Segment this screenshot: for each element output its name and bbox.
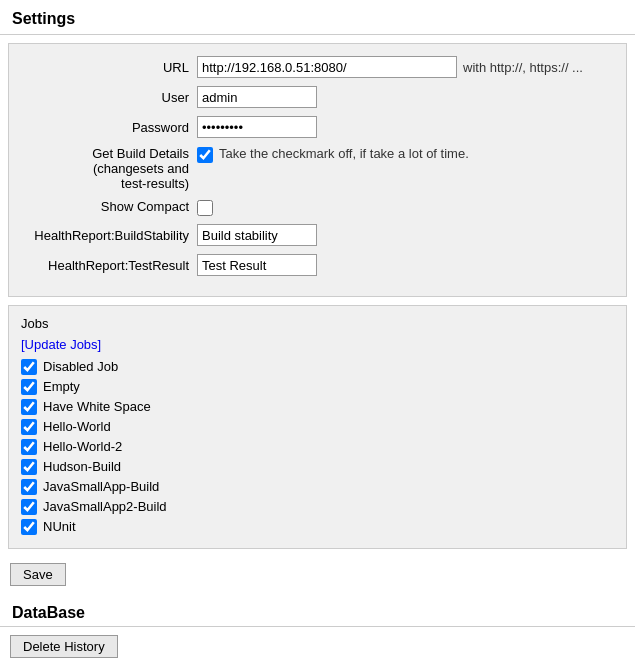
get-build-hint: Take the checkmark off, if take a lot of… [219, 146, 469, 161]
show-compact-checkbox[interactable] [197, 200, 213, 216]
health-build-row: HealthReport:BuildStability [17, 224, 618, 246]
password-row: Password [17, 116, 618, 138]
jobs-title: Jobs [21, 316, 614, 331]
health-build-label: HealthReport:BuildStability [17, 228, 197, 243]
job-item: Empty [21, 378, 614, 395]
job-label: Hudson-Build [43, 459, 121, 474]
delete-history-button[interactable]: Delete History [10, 635, 118, 658]
job-checkbox[interactable] [21, 439, 37, 455]
job-item: JavaSmallApp2-Build [21, 498, 614, 515]
show-compact-label: Show Compact [17, 199, 197, 214]
get-build-label: Get Build Details (changesets and test-r… [17, 146, 197, 191]
get-build-row: Get Build Details (changesets and test-r… [17, 146, 618, 191]
job-item: Hudson-Build [21, 458, 614, 475]
user-label: User [17, 90, 197, 105]
job-label: JavaSmallApp-Build [43, 479, 159, 494]
job-label: Disabled Job [43, 359, 118, 374]
job-label: NUnit [43, 519, 76, 534]
job-item: Hello-World-2 [21, 438, 614, 455]
password-label: Password [17, 120, 197, 135]
job-checkbox[interactable] [21, 459, 37, 475]
update-jobs-link[interactable]: [Update Jobs] [21, 337, 614, 352]
save-button[interactable]: Save [10, 563, 66, 586]
jobs-list: Disabled JobEmptyHave White SpaceHello-W… [21, 358, 614, 535]
database-title: DataBase [0, 596, 635, 627]
job-item: NUnit [21, 518, 614, 535]
health-test-label: HealthReport:TestResult [17, 258, 197, 273]
job-checkbox[interactable] [21, 399, 37, 415]
job-checkbox[interactable] [21, 419, 37, 435]
job-checkbox[interactable] [21, 359, 37, 375]
delete-area: Delete History [0, 627, 635, 662]
password-input[interactable] [197, 116, 317, 138]
job-checkbox[interactable] [21, 379, 37, 395]
job-label: Empty [43, 379, 80, 394]
job-checkbox[interactable] [21, 479, 37, 495]
jobs-section: Jobs [Update Jobs] Disabled JobEmptyHave… [8, 305, 627, 549]
save-area: Save [0, 557, 635, 596]
health-build-input[interactable] [197, 224, 317, 246]
show-compact-row: Show Compact [17, 199, 618, 216]
health-test-input[interactable] [197, 254, 317, 276]
job-label: Have White Space [43, 399, 151, 414]
job-label: Hello-World-2 [43, 439, 122, 454]
job-checkbox[interactable] [21, 519, 37, 535]
job-label: JavaSmallApp2-Build [43, 499, 167, 514]
user-row: User [17, 86, 618, 108]
health-test-row: HealthReport:TestResult [17, 254, 618, 276]
job-checkbox[interactable] [21, 499, 37, 515]
user-input[interactable] [197, 86, 317, 108]
job-item: Have White Space [21, 398, 614, 415]
url-hint: with http://, https:// ... [463, 60, 583, 75]
settings-form: URL with http://, https:// ... User Pass… [8, 43, 627, 297]
settings-title: Settings [0, 0, 635, 35]
job-item: Disabled Job [21, 358, 614, 375]
url-label: URL [17, 60, 197, 75]
url-input[interactable] [197, 56, 457, 78]
job-item: JavaSmallApp-Build [21, 478, 614, 495]
job-item: Hello-World [21, 418, 614, 435]
url-row: URL with http://, https:// ... [17, 56, 618, 78]
job-label: Hello-World [43, 419, 111, 434]
get-build-checkbox[interactable] [197, 147, 213, 163]
